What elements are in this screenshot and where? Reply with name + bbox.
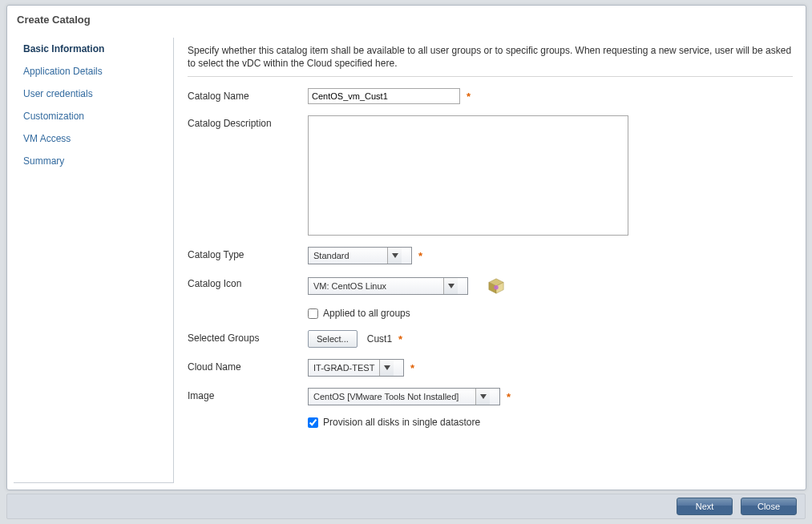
required-icon: * (507, 391, 511, 403)
cloud-name-value: IT-GRAD-TEST (309, 363, 379, 373)
select-groups-button[interactable]: Select... (308, 330, 358, 348)
svg-marker-7 (480, 394, 487, 399)
catalog-description-textarea[interactable] (308, 115, 628, 236)
label-catalog-type: Catalog Type (188, 247, 308, 260)
image-value: CentOS [VMware Tools Not Installed] (309, 392, 475, 401)
sidebar-item-user-credentials[interactable]: User credentials (14, 83, 173, 105)
catalog-type-select[interactable]: Standard (308, 247, 412, 264)
catalog-name-input[interactable] (308, 88, 460, 104)
row-catalog-description: Catalog Description (188, 115, 793, 236)
sidebar-item-label: Customization (23, 111, 84, 122)
label-image: Image (188, 388, 308, 401)
chevron-down-icon (475, 389, 490, 405)
catalog-icon-select[interactable]: VM: CentOS Linux (308, 277, 468, 295)
dialog-title: Create Catalog (7, 6, 806, 34)
catalog-type-value: Standard (309, 251, 387, 260)
svg-marker-1 (448, 284, 454, 288)
sidebar-item-application-details[interactable]: Application Details (14, 60, 173, 83)
chevron-down-icon (379, 360, 394, 376)
row-applied-all: Applied to all groups (188, 308, 793, 319)
create-catalog-dialog: Create Catalog Basic Information Applica… (6, 5, 806, 490)
label-selected-groups: Selected Groups (188, 330, 308, 344)
label-cloud-name: Cloud Name (188, 359, 308, 373)
provision-single-datastore-checkbox[interactable] (308, 417, 318, 428)
row-catalog-name: Catalog Name * (188, 88, 793, 104)
sidebar-item-label: Summary (23, 155, 64, 167)
sidebar-item-summary[interactable]: Summary (14, 150, 173, 172)
cloud-name-select[interactable]: IT-GRAD-TEST (308, 359, 404, 377)
row-catalog-type: Catalog Type Standard * (188, 247, 793, 264)
next-button[interactable]: Next (677, 498, 733, 515)
row-image: Image CentOS [VMware Tools Not Installed… (188, 388, 793, 405)
svg-point-5 (494, 285, 499, 290)
sidebar-item-label: User credentials (23, 88, 93, 99)
label-catalog-name: Catalog Name (188, 88, 308, 102)
label-empty (188, 417, 308, 419)
close-button-label: Close (757, 502, 780, 511)
provision-label: Provision all disks in single datastore (323, 417, 480, 428)
catalog-icon-value: VM: CentOS Linux (309, 281, 443, 291)
main-panel: Specify whether this catalog item shall … (178, 38, 799, 483)
select-button-label: Select... (317, 334, 349, 344)
label-empty (188, 308, 308, 310)
row-provision: Provision all disks in single datastore (188, 417, 793, 428)
required-icon: * (467, 91, 471, 103)
sidebar-item-label: Application Details (23, 66, 103, 77)
required-icon: * (398, 333, 402, 345)
wizard-sidebar: Basic Information Application Details Us… (14, 38, 174, 483)
next-button-label: Next (696, 502, 714, 511)
image-select[interactable]: CentOS [VMware Tools Not Installed] (308, 388, 500, 405)
required-icon: * (418, 250, 422, 262)
server-cube-icon (484, 276, 508, 296)
panel-description: Specify whether this catalog item shall … (188, 44, 793, 77)
close-button[interactable]: Close (741, 498, 797, 515)
dialog-footer: Next Close (6, 494, 806, 519)
sidebar-item-label: VM Access (23, 133, 71, 144)
svg-marker-6 (384, 365, 390, 370)
sidebar-item-customization[interactable]: Customization (14, 105, 173, 127)
chevron-down-icon (443, 278, 458, 294)
label-catalog-description: Catalog Description (188, 115, 308, 129)
chevron-down-icon (387, 248, 402, 264)
sidebar-item-label: Basic Information (23, 43, 104, 54)
selected-groups-value: Cust1 (367, 333, 392, 345)
row-selected-groups: Selected Groups Select... Cust1 * (188, 330, 793, 348)
applied-all-groups-checkbox[interactable] (308, 308, 318, 319)
label-catalog-icon: Catalog Icon (188, 276, 308, 289)
row-catalog-icon: Catalog Icon VM: CentOS Linux (188, 276, 793, 296)
applied-all-groups-label: Applied to all groups (323, 308, 410, 319)
required-icon: * (410, 362, 414, 374)
row-cloud-name: Cloud Name IT-GRAD-TEST * (188, 359, 793, 377)
dialog-body: Basic Information Application Details Us… (14, 38, 799, 483)
sidebar-item-vm-access[interactable]: VM Access (14, 127, 173, 150)
svg-marker-0 (392, 253, 398, 258)
sidebar-item-basic-information[interactable]: Basic Information (14, 38, 173, 60)
